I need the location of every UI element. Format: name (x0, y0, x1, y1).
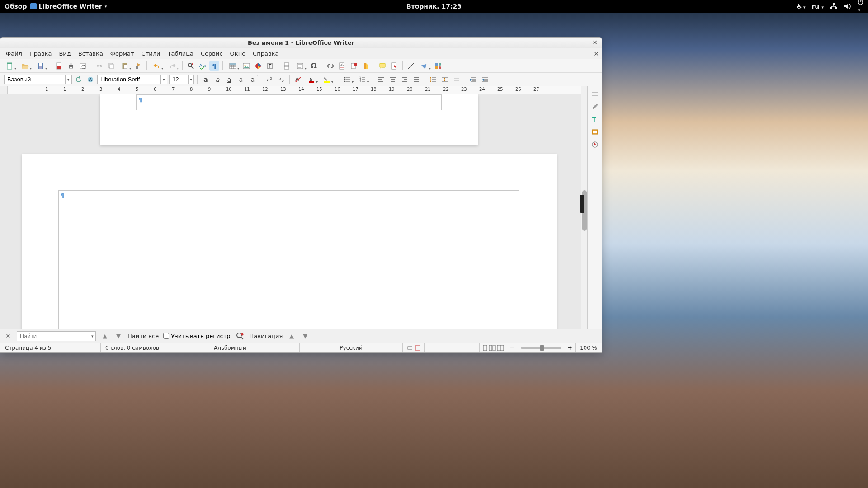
save-button[interactable] (34, 61, 47, 71)
insert-cross-ref-button[interactable] (361, 61, 371, 71)
superscript-button[interactable]: ab (264, 75, 274, 84)
basic-shapes-button[interactable] (418, 61, 431, 71)
open-button[interactable] (19, 61, 32, 71)
insert-textbox-button[interactable]: T (265, 61, 275, 71)
redo-button[interactable] (165, 61, 179, 71)
cut-button[interactable]: ✂ (94, 61, 104, 71)
horizontal-ruler[interactable]: 1123456789101112131415161718192021222324… (0, 86, 581, 94)
menu-tools[interactable]: Сервис (197, 49, 226, 58)
align-justify-button[interactable] (411, 75, 421, 84)
insert-table-button[interactable] (226, 61, 240, 71)
match-case-input[interactable] (163, 333, 169, 339)
new-style-button[interactable]: A (85, 75, 95, 84)
nav-next-button[interactable]: ▼ (301, 332, 310, 341)
insert-hyperlink-button[interactable] (326, 61, 335, 71)
single-page-view-button[interactable] (482, 345, 488, 351)
input-language[interactable]: ru ▾ (811, 3, 824, 10)
insert-comment-button[interactable] (377, 61, 387, 71)
overline-button[interactable]: a (248, 75, 258, 84)
zoom-in-button[interactable]: + (565, 345, 575, 351)
draw-functions-button[interactable] (433, 61, 443, 71)
highlight-button[interactable] (320, 75, 334, 84)
document-close-button[interactable]: ✕ (594, 50, 599, 57)
decrease-indent-button[interactable] (480, 75, 490, 84)
insert-line-button[interactable] (406, 61, 416, 71)
insert-field-button[interactable] (293, 61, 307, 71)
find-prev-button[interactable]: ▲ (100, 332, 109, 341)
formatting-marks-button[interactable]: ¶ (209, 61, 219, 71)
italic-button[interactable]: a (212, 75, 222, 84)
update-style-button[interactable] (74, 75, 84, 84)
menu-view[interactable]: Вид (55, 49, 74, 58)
align-left-button[interactable] (376, 75, 386, 84)
sidebar-settings-icon[interactable] (590, 89, 600, 99)
clone-formatting-button[interactable] (133, 61, 143, 71)
font-color-button[interactable]: a (305, 75, 318, 84)
navigation-label[interactable]: Навигация (250, 333, 283, 339)
page-previous[interactable]: ¶ (100, 94, 478, 145)
menu-styles[interactable]: Стили (138, 49, 164, 58)
navigator-panel-icon[interactable] (590, 140, 600, 150)
new-button[interactable] (3, 61, 17, 71)
zoom-slider[interactable] (521, 347, 561, 349)
chevron-down-icon[interactable]: ▾ (188, 75, 193, 84)
increase-indent-button[interactable] (468, 75, 478, 84)
clear-formatting-button[interactable]: A (293, 75, 303, 84)
spellcheck-button[interactable]: Abc (198, 61, 208, 71)
network-icon[interactable] (830, 3, 837, 10)
volume-icon[interactable] (844, 3, 851, 10)
paste-button[interactable] (118, 61, 132, 71)
match-case-checkbox[interactable]: Учитывать регистр (163, 333, 230, 339)
status-page-style[interactable]: Альбомный (209, 343, 300, 352)
bullet-list-button[interactable] (340, 75, 354, 84)
font-size-input[interactable] (170, 75, 188, 84)
align-center-button[interactable] (388, 75, 398, 84)
nav-prev-button[interactable]: ▲ (287, 332, 296, 341)
align-right-button[interactable] (400, 75, 410, 84)
insert-footnote-button[interactable]: ab (337, 61, 347, 71)
find-input[interactable] (17, 332, 89, 341)
insert-bookmark-button[interactable] (349, 61, 359, 71)
sidebar-collapse-handle[interactable] (580, 195, 584, 213)
menu-file[interactable]: Файл (2, 49, 26, 58)
font-name-combo[interactable]: ▾ (97, 75, 167, 84)
copy-button[interactable] (106, 61, 116, 71)
book-view-button[interactable] (497, 345, 504, 351)
status-page[interactable]: Страница 4 из 5 (0, 343, 101, 352)
font-size-combo[interactable]: ▾ (169, 75, 194, 84)
page-current[interactable]: ¶ (22, 154, 557, 329)
menu-help[interactable]: Справка (249, 49, 282, 58)
zoom-out-button[interactable]: − (507, 345, 517, 351)
insert-image-button[interactable] (241, 61, 251, 71)
window-close-button[interactable]: ✕ (591, 38, 599, 47)
menu-table[interactable]: Таблица (164, 49, 197, 58)
find-next-button[interactable]: ▼ (114, 332, 123, 341)
properties-panel-icon[interactable] (590, 102, 600, 112)
chevron-down-icon[interactable]: ▾ (160, 75, 167, 84)
decrease-spacing-button[interactable] (452, 75, 462, 84)
multi-page-view-button[interactable] (489, 345, 496, 351)
status-words[interactable]: 0 слов, 0 символов (101, 343, 209, 352)
increase-spacing-button[interactable] (440, 75, 450, 84)
track-changes-button[interactable] (389, 61, 399, 71)
undo-button[interactable] (150, 61, 164, 71)
insert-page-break-button[interactable] (282, 61, 292, 71)
bold-button[interactable]: a (201, 75, 211, 84)
number-list-button[interactable]: 123 (356, 75, 369, 84)
status-modified[interactable] (425, 343, 480, 352)
zoom-value[interactable]: 100 % (575, 343, 602, 352)
find-all-button[interactable]: Найти все (127, 333, 159, 339)
styles-panel-icon[interactable]: T (590, 114, 600, 124)
chevron-down-icon[interactable]: ▾ (89, 332, 95, 341)
print-button[interactable] (66, 61, 76, 71)
find-combo[interactable]: ▾ (17, 331, 96, 341)
document-area[interactable]: ¶ ¶ (0, 94, 581, 329)
menu-window[interactable]: Окно (226, 49, 250, 58)
gallery-panel-icon[interactable] (590, 127, 600, 137)
find-replace-icon[interactable] (235, 331, 245, 341)
menu-insert[interactable]: Вставка (75, 49, 107, 58)
line-spacing-button[interactable] (428, 75, 438, 84)
activities-button[interactable]: Обзор (5, 3, 27, 10)
find-replace-button[interactable] (186, 61, 196, 71)
status-language[interactable]: Русский (300, 343, 403, 352)
